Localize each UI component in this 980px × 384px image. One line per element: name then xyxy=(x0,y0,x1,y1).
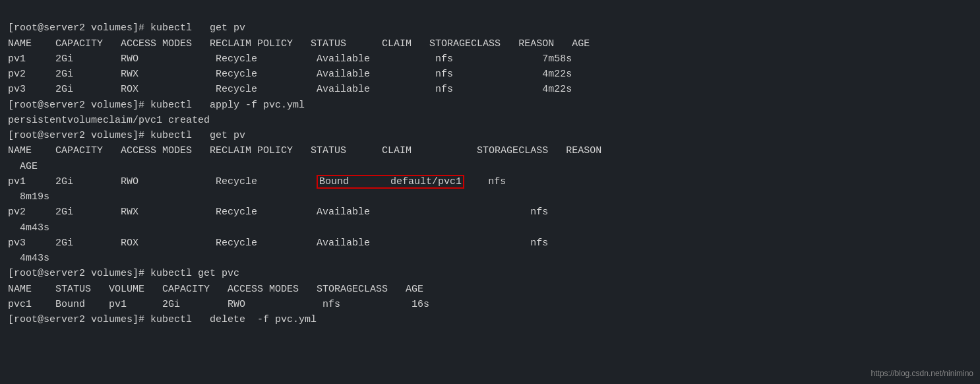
line-11-pre: pv1 2Gi RWO Recycle xyxy=(8,176,317,187)
watermark: https://blog.csdn.net/ninimino xyxy=(871,368,973,380)
bound-highlight: Bound default/pvc1 xyxy=(317,175,464,189)
line-11-age: 8m19s xyxy=(8,191,49,203)
line-12: pv2 2Gi RWX Recycle Available nfs xyxy=(8,207,548,218)
line-12-age: 4m43s xyxy=(8,222,49,234)
bound-status: Bound default/pvc1 xyxy=(319,176,462,187)
line-9: NAME CAPACITY ACCESS MODES RECLAIM POLIC… xyxy=(8,145,601,156)
line-5: pv3 2Gi ROX Recycle Available nfs 4m22s xyxy=(8,84,572,95)
line-7: persistentvolumeclaim/pvc1 created xyxy=(8,115,210,126)
line-4: pv2 2Gi RWX Recycle Available nfs 4m22s xyxy=(8,69,572,80)
line-1: [root@server2 volumes]# kubectl get pv xyxy=(8,22,245,34)
line-11-post: nfs xyxy=(464,176,506,187)
line-17: [root@server2 volumes]# kubectl delete -… xyxy=(8,314,317,325)
line-8: [root@server2 volumes]# kubectl get pv xyxy=(8,130,245,141)
line-15: NAME STATUS VOLUME CAPACITY ACCESS MODES… xyxy=(8,284,423,295)
line-13: pv3 2Gi ROX Recycle Available nfs xyxy=(8,238,548,249)
line-3: pv1 2Gi RWO Recycle Available nfs 7m58s xyxy=(8,53,572,65)
line-10: AGE xyxy=(8,161,38,172)
line-6: [root@server2 volumes]# kubectl apply -f… xyxy=(8,100,305,111)
line-13-age: 4m43s xyxy=(8,253,49,264)
terminal-window: [root@server2 volumes]# kubectl get pv N… xyxy=(0,0,980,333)
line-14: [root@server2 volumes]# kubectl get pvc xyxy=(8,268,239,279)
line-16: pvc1 Bound pv1 2Gi RWO nfs 16s xyxy=(8,299,429,310)
line-2: NAME CAPACITY ACCESS MODES RECLAIM POLIC… xyxy=(8,38,590,49)
